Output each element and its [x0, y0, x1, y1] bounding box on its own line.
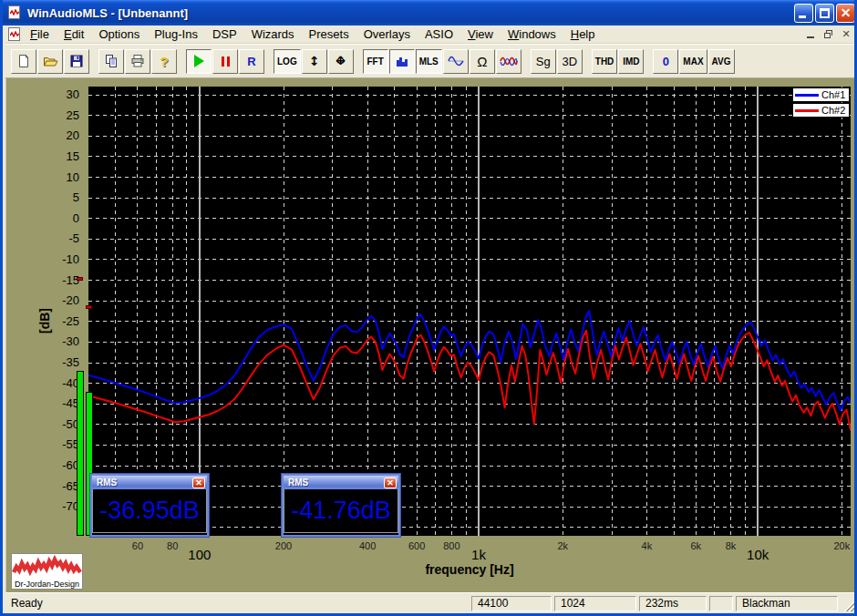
mdi-minimize-icon [807, 36, 814, 38]
menu-options[interactable]: Options [91, 26, 147, 43]
zero-button-label: 0 [663, 55, 669, 68]
3d-button-label: 3D [562, 55, 577, 68]
new-button[interactable] [11, 49, 36, 74]
vendor-logo: Dr-Jordan-Design [11, 553, 83, 590]
mdi-close-button[interactable]: ✕ [839, 28, 853, 41]
app-icon [7, 5, 24, 20]
x-tick-2k: 2k [540, 540, 585, 551]
title-bar[interactable]: WinAudioMLS - [Unbenannt] ✕ [3, 0, 857, 26]
save-button[interactable] [64, 49, 89, 74]
rms-value-2: -41.76dB [291, 497, 391, 525]
menu-plug-ins[interactable]: Plug-Ins [147, 26, 205, 43]
maximize-button[interactable] [815, 4, 834, 23]
y-tick--20: -20 [32, 293, 79, 308]
pan-button[interactable]: ↔↕ [328, 49, 354, 74]
move-icon: ↔↕ [334, 54, 348, 68]
menu-edit[interactable]: Edit [57, 26, 91, 43]
minimize-icon [799, 15, 806, 18]
rms-window-2-titlebar[interactable]: RMS ✕ [284, 476, 398, 489]
legend-label: Ch#1 [821, 89, 845, 100]
signal-generator-button[interactable]: Sg [531, 49, 556, 74]
record-button-label: R [247, 55, 255, 68]
window-title: WinAudioMLS - [Unbenannt] [27, 6, 188, 20]
legend-line-icon [795, 109, 819, 112]
x-tick-200: 200 [261, 540, 306, 551]
rms-window-1-body: -36.95dB [92, 489, 207, 533]
save-icon [69, 54, 84, 68]
status-panel-1: 44100 [471, 596, 552, 611]
play-button[interactable] [186, 49, 212, 74]
y-tick-0: 0 [32, 211, 79, 226]
close-icon: ✕ [837, 5, 854, 22]
3d-button[interactable]: 3D [557, 49, 583, 74]
mdi-minimize-button[interactable] [804, 28, 819, 41]
mls-button[interactable]: MLS [416, 49, 442, 74]
fft-button[interactable]: FFT [363, 49, 388, 74]
menu-help[interactable]: Help [563, 26, 603, 43]
play-icon [194, 55, 204, 67]
sine-wave-icon [448, 55, 464, 67]
toolbar-group: Sg3D [531, 49, 583, 74]
rms-window-2-close-button[interactable]: ✕ [384, 477, 397, 488]
menu-view[interactable]: View [460, 26, 501, 43]
impedance-button[interactable]: Ω [470, 49, 495, 74]
close-button[interactable]: ✕ [836, 4, 855, 23]
toolbar-group: THDIMD [592, 49, 645, 74]
record-button[interactable]: R [239, 49, 264, 74]
toolbar: ?RLOG↕↔↕FFTMLSΩSg3DTHDIMD0MAXAVG [5, 44, 857, 78]
spectrum-plot[interactable]: Ch#1Ch#2 [88, 87, 851, 536]
spectrum-button[interactable] [389, 49, 415, 74]
menu-windows[interactable]: Windows [501, 26, 563, 43]
thd-button-label: THD [595, 56, 614, 67]
log-scale-button[interactable]: LOG [274, 49, 301, 74]
resize-grip[interactable] [842, 599, 855, 611]
y-tick--25: -25 [32, 314, 79, 329]
help-button[interactable]: ? [151, 49, 177, 74]
max-button[interactable]: MAX [679, 49, 707, 74]
rms-window-2[interactable]: RMS ✕ -41.76dB [282, 474, 400, 537]
imd-button-label: IMD [623, 56, 639, 67]
toolbar-group: LOG↕↔↕ [274, 49, 355, 74]
legend: Ch#1Ch#2 [792, 87, 850, 118]
y-tick-20: 20 [32, 128, 79, 143]
zero-button[interactable]: 0 [653, 49, 678, 74]
open-button[interactable] [37, 49, 63, 74]
rms-window-1-titlebar[interactable]: RMS ✕ [92, 476, 207, 489]
thd-button[interactable]: THD [592, 49, 618, 74]
menu-bar: FileEditOptionsPlug-InsDSPWizardsPresets… [5, 26, 857, 44]
y-tick--65: -65 [32, 479, 79, 494]
menu-presets[interactable]: Presets [302, 26, 356, 43]
sweep-button[interactable] [496, 49, 521, 74]
imd-button[interactable]: IMD [618, 49, 644, 74]
menu-wizards[interactable]: Wizards [244, 26, 302, 43]
legend-item-2: Ch#2 [792, 103, 850, 118]
open-folder-icon [43, 54, 58, 68]
menu-file[interactable]: File [23, 26, 57, 43]
mdi-close-icon: ✕ [842, 28, 850, 39]
minimize-button[interactable] [794, 4, 813, 23]
print-button[interactable] [125, 49, 150, 74]
pause-button[interactable] [212, 49, 238, 74]
rms-window-1-close-button[interactable]: ✕ [192, 477, 205, 488]
vertical-zoom-button[interactable]: ↕ [302, 49, 327, 74]
status-bar: Ready 441001024232msBlackman [5, 592, 857, 613]
toolbar-group: R [186, 49, 265, 74]
spectrum-svg [88, 87, 851, 536]
menu-dsp[interactable]: DSP [205, 26, 244, 43]
peak-hold-marker-ch1 [77, 277, 83, 281]
avg-button[interactable]: AVG [708, 49, 735, 74]
status-panel-3: 232ms [639, 596, 707, 611]
menu-overlays[interactable]: Overlays [356, 26, 418, 43]
y-tick--55: -55 [32, 437, 79, 452]
mdi-restore-button[interactable] [821, 28, 836, 41]
status-panel-5: Blackman [736, 596, 838, 611]
rms-window-1[interactable]: RMS ✕ -36.95dB [90, 474, 209, 537]
copy-button[interactable] [98, 49, 124, 74]
menu-asio[interactable]: ASIO [418, 26, 460, 43]
spectrum-curve-ch1 [88, 311, 851, 411]
y-tick-30: 30 [32, 87, 79, 102]
sine-button[interactable] [443, 49, 469, 74]
y-tick--30: -30 [32, 334, 79, 349]
y-tick--60: -60 [32, 458, 79, 473]
document-icon[interactable] [7, 27, 23, 41]
